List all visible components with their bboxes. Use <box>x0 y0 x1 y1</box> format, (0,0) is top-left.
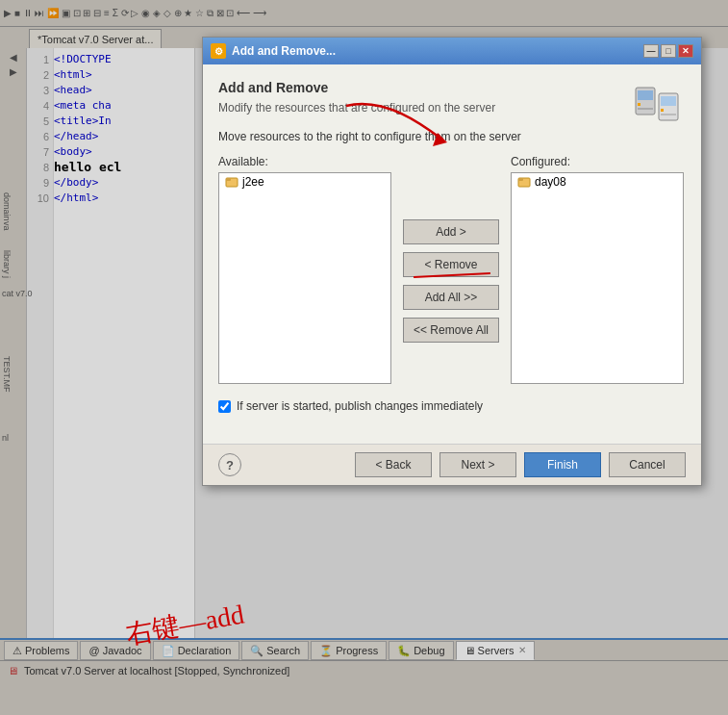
help-button[interactable]: ? <box>218 453 241 476</box>
dialog-body: Add and Remove Modify the resources that… <box>203 64 701 444</box>
configured-label: Configured: <box>511 155 684 168</box>
next-button[interactable]: Next > <box>439 452 516 477</box>
publish-checkbox-row: If server is started, publish changes im… <box>218 399 686 413</box>
item-j2ee-label: j2ee <box>242 175 264 189</box>
finish-button[interactable]: Finish <box>524 452 601 477</box>
add-all-button[interactable]: Add All >> <box>403 285 499 310</box>
dialog-lists: Available: j2ee Add > < Remove Add All >… <box>218 155 686 384</box>
svg-rect-6 <box>661 109 664 112</box>
publish-checkbox[interactable] <box>218 400 231 413</box>
close-button[interactable]: ✕ <box>678 44 693 58</box>
back-button[interactable]: < Back <box>355 452 432 477</box>
dialog-title-icon: ⚙ <box>211 43 226 59</box>
minimize-button[interactable]: — <box>643 44 659 58</box>
available-section: Available: j2ee <box>218 155 391 384</box>
add-button[interactable]: Add > <box>403 219 499 244</box>
transfer-buttons: Add > < Remove Add All >> << Remove All <box>399 155 503 384</box>
available-item-j2ee[interactable]: j2ee <box>219 173 390 191</box>
dialog-footer: ? < Back Next > Finish Cancel <box>203 444 701 485</box>
item-day08-label: day08 <box>535 175 566 189</box>
dialog-subtitle: Modify the resources that are configured… <box>218 101 686 115</box>
dialog-title-text: Add and Remove... <box>232 44 641 58</box>
dialog-instruction: Move resources to the right to configure… <box>218 130 686 143</box>
add-remove-dialog: ⚙ Add and Remove... — □ ✕ Add and Remove… <box>202 37 702 486</box>
svg-rect-9 <box>226 178 231 181</box>
publish-checkbox-label: If server is started, publish changes im… <box>237 399 483 413</box>
svg-rect-5 <box>661 96 676 106</box>
svg-rect-11 <box>518 178 523 181</box>
dialog-titlebar: ⚙ Add and Remove... — □ ✕ <box>203 38 701 64</box>
project-icon-day08 <box>517 175 531 189</box>
svg-rect-7 <box>661 114 676 115</box>
available-list[interactable]: j2ee <box>218 172 391 384</box>
svg-rect-1 <box>638 90 653 100</box>
configured-item-day08[interactable]: day08 <box>512 173 683 191</box>
dialog-heading: Add and Remove <box>218 80 686 95</box>
project-icon <box>225 175 238 189</box>
svg-rect-2 <box>638 103 640 106</box>
cancel-button[interactable]: Cancel <box>609 452 686 477</box>
server-illustration <box>634 86 682 128</box>
svg-rect-3 <box>638 108 653 110</box>
available-label: Available: <box>218 155 391 168</box>
remove-all-button[interactable]: << Remove All <box>403 318 499 343</box>
configured-section: Configured: day08 <box>511 155 684 384</box>
maximize-button[interactable]: □ <box>661 44 676 58</box>
configured-list[interactable]: day08 <box>511 172 684 384</box>
